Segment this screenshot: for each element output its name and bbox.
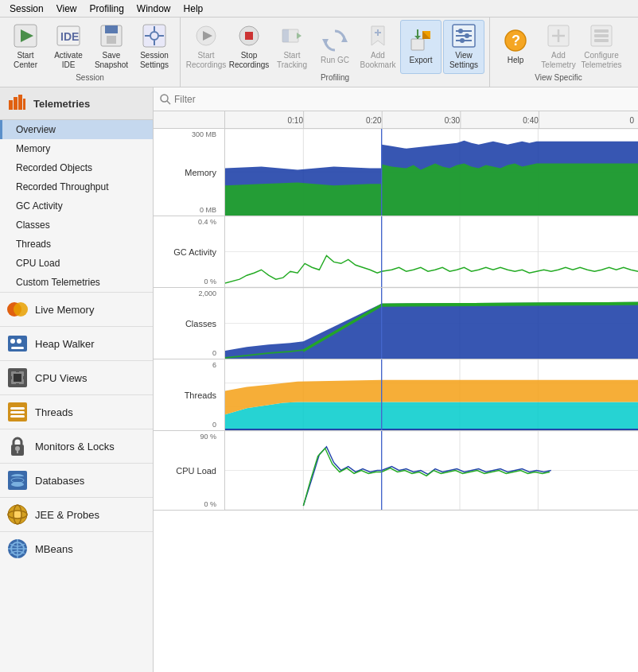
session-settings-button[interactable]: SessionSettings [134, 20, 175, 74]
sidebar-section-mbeans[interactable]: MBeans [0, 531, 153, 565]
content-area: 0:10 0:20 0:30 0:40 0 300 MB Memory [154, 87, 638, 672]
menu-view[interactable]: View [50, 2, 84, 16]
gc-activity-chart-row: 0.4 % GC Activity 0 % [154, 216, 638, 288]
activate-ide-button[interactable]: IDE ActivateIDE [48, 20, 89, 74]
svg-text:IDE: IDE [60, 30, 79, 43]
cpu-chart-title: CPU Load [176, 466, 216, 476]
heap-walker-label: Heap Walker [35, 338, 95, 350]
configure-telemetries-button[interactable]: ConfigureTelemetries [581, 20, 622, 74]
svg-rect-60 [23, 376, 25, 379]
sidebar-item-custom-telemetries[interactable]: Custom Telemetries [0, 273, 153, 292]
main-layout: Telemetries Overview Memory Recorded Obj… [0, 87, 638, 672]
menu-bar: Session View Profiling Window Help [0, 0, 638, 17]
menu-help[interactable]: Help [177, 2, 210, 16]
start-recordings-label: StartRecordings [186, 51, 227, 70]
live-memory-label: Live Memory [35, 304, 94, 316]
start-center-label: StartCenter [14, 51, 37, 70]
classes-chart-canvas [225, 288, 638, 359]
heap-walker-icon [6, 332, 29, 355]
session-settings-label: SessionSettings [140, 51, 169, 70]
svg-text:0:40: 0:40 [523, 116, 539, 125]
jee-probes-label: JEE & Probes [35, 509, 99, 521]
help-label: Help [508, 56, 524, 65]
memory-y-max: 300 MB [192, 130, 216, 138]
run-gc-button[interactable]: Run GC [314, 20, 356, 74]
svg-point-53 [10, 339, 15, 344]
sidebar-section-cpu-views[interactable]: CPU Views [0, 360, 153, 394]
sidebar-item-overview[interactable]: Overview [0, 120, 153, 139]
sidebar-item-gc-activity[interactable]: GC Activity [0, 196, 153, 216]
sidebar-item-threads[interactable]: Threads [0, 235, 153, 254]
cpu-views-label: CPU Views [35, 372, 88, 384]
threads-chart-label: 6 Threads 0 [154, 359, 225, 430]
threads-y-max: 6 [212, 361, 216, 369]
export-button[interactable]: Export [400, 20, 442, 74]
cpu-y-max: 90 % [200, 433, 216, 441]
monitors-locks-icon [6, 435, 29, 457]
view-settings-button[interactable]: ViewSettings [443, 20, 484, 74]
charts-scroll[interactable]: 0:10 0:20 0:30 0:40 0 300 MB Memory [154, 111, 638, 672]
svg-rect-5 [105, 25, 118, 33]
svg-marker-133 [225, 429, 638, 430]
start-recordings-button[interactable]: StartRecordings [185, 20, 227, 74]
telemetries-label: Telemetries [33, 98, 90, 110]
gc-chart-title: GC Activity [173, 247, 216, 257]
threads-chart-canvas [225, 359, 638, 430]
start-tracking-button[interactable]: StartTracking [271, 20, 313, 74]
start-center-icon [13, 23, 38, 49]
svg-rect-25 [411, 39, 424, 50]
threads-chart-row: 6 Threads 0 [154, 359, 638, 431]
threads-y-min: 0 [212, 421, 216, 429]
search-icon [160, 94, 171, 105]
menu-profiling[interactable]: Profiling [84, 2, 130, 16]
svg-rect-58 [14, 374, 21, 382]
save-snapshot-button[interactable]: SaveSnapshot [91, 20, 132, 74]
svg-rect-55 [11, 347, 24, 349]
sidebar-header: Telemetries [0, 87, 153, 120]
add-bookmark-button[interactable]: AddBookmark [357, 20, 399, 74]
sidebar-section-live-memory[interactable]: Live Memory [0, 292, 153, 326]
svg-rect-69 [17, 450, 18, 453]
svg-line-84 [167, 101, 170, 104]
view-settings-label: ViewSettings [449, 51, 478, 70]
start-center-button[interactable]: StartCenter [5, 20, 46, 74]
sidebar-item-cpu-load[interactable]: CPU Load [0, 254, 153, 273]
toolbar-group-session: StartCenter IDE ActivateIDE SaveSnapshot… [0, 17, 181, 87]
databases-icon [6, 469, 29, 491]
threads-icon [6, 401, 29, 423]
gc-y-min: 0 % [204, 278, 216, 286]
session-settings-icon [142, 23, 167, 49]
sidebar-section-jee-probes[interactable]: JEE & Probes [0, 497, 153, 531]
sidebar-item-classes[interactable]: Classes [0, 216, 153, 235]
filter-input[interactable] [174, 94, 632, 105]
export-icon [408, 28, 434, 53]
menu-session[interactable]: Session [3, 2, 50, 16]
add-telemetry-icon [546, 23, 571, 49]
sidebar-item-recorded-objects[interactable]: Recorded Objects [0, 158, 153, 177]
add-bookmark-icon [365, 23, 391, 49]
cpu-load-chart-label: 90 % CPU Load 0 % [154, 431, 225, 510]
toolbar: StartCenter IDE ActivateIDE SaveSnapshot… [0, 17, 638, 87]
menu-window[interactable]: Window [130, 2, 177, 16]
svg-text:0:20: 0:20 [366, 116, 382, 125]
sidebar-item-memory[interactable]: Memory [0, 139, 153, 158]
sidebar: Telemetries Overview Memory Recorded Obj… [0, 87, 154, 672]
help-icon: ? [503, 28, 528, 53]
help-button[interactable]: ? Help [495, 20, 536, 74]
classes-chart-title: Classes [185, 319, 216, 328]
svg-marker-119 [225, 302, 638, 359]
run-gc-icon [322, 28, 348, 53]
sidebar-section-monitors-locks[interactable]: Monitors & Locks [0, 429, 153, 463]
sidebar-section-heap-walker[interactable]: Heap Walker [0, 326, 153, 360]
sidebar-section-databases[interactable]: Databases [0, 463, 153, 497]
sidebar-item-recorded-throughput[interactable]: Recorded Throughput [0, 177, 153, 196]
charts-area: 0:10 0:20 0:30 0:40 0 300 MB Memory [154, 111, 638, 672]
cpu-load-chart-row: 90 % CPU Load 0 % [154, 431, 638, 511]
svg-text:0: 0 [630, 116, 635, 125]
svg-rect-45 [594, 39, 609, 42]
svg-rect-43 [594, 29, 609, 33]
sidebar-section-threads[interactable]: Threads [0, 394, 153, 429]
stop-recordings-button[interactable]: StopRecordings [228, 20, 270, 74]
memory-chart-label: 300 MB Memory 0 MB [154, 129, 225, 216]
add-telemetry-button[interactable]: AddTelemetry [538, 20, 579, 74]
